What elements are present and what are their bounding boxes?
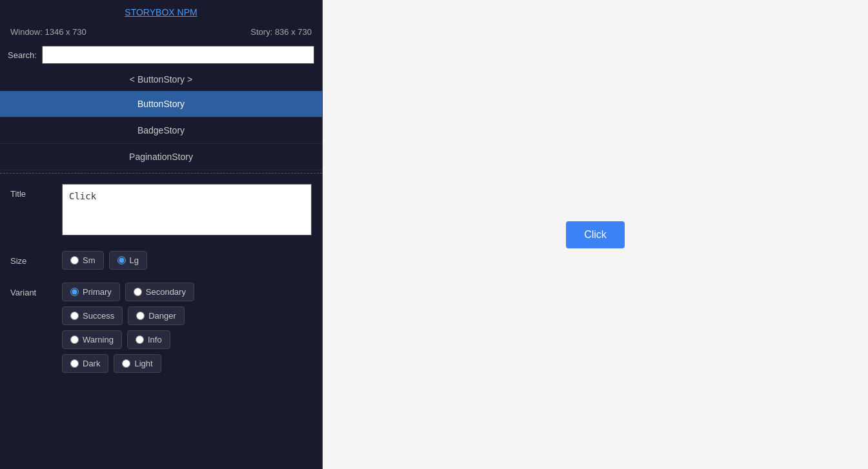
size-lg-option[interactable]: Lg (109, 251, 147, 270)
current-story-title: < ButtonStory > (0, 68, 322, 91)
variant-danger-option[interactable]: Danger (128, 306, 185, 325)
variant-dark-label: Dark (83, 359, 100, 368)
variant-row-2: Success Danger (62, 306, 312, 325)
search-row: Search: (0, 42, 322, 68)
size-sm-option[interactable]: Sm (62, 251, 104, 270)
variant-success-option[interactable]: Success (62, 306, 123, 325)
variant-warning-radio[interactable] (70, 335, 79, 344)
variant-label: Variant (10, 283, 62, 297)
variant-info-radio[interactable] (136, 335, 144, 344)
variant-secondary-option[interactable]: Secondary (125, 283, 194, 301)
search-label: Search: (8, 50, 37, 60)
search-input[interactable] (42, 46, 314, 64)
variant-rows: Primary Secondary Success (62, 283, 312, 373)
preview-button[interactable]: Click (566, 221, 625, 248)
size-sm-radio[interactable] (70, 256, 79, 264)
sidebar: STORYBOX NPM Window: 1346 x 730 Story: 8… (0, 0, 323, 469)
title-label: Title (10, 184, 62, 199)
variant-dark-option[interactable]: Dark (62, 354, 108, 373)
controls-panel: Title Click Size Sm Lg (0, 176, 322, 469)
sidebar-item-badgestory[interactable]: BadgeStory (0, 117, 322, 144)
title-control-row: Title Click (10, 184, 312, 238)
size-control-row: Size Sm Lg (10, 251, 312, 270)
variant-success-radio[interactable] (70, 312, 79, 320)
variant-light-option[interactable]: Light (114, 354, 161, 373)
size-sm-label: Sm (83, 255, 96, 265)
brand-header: STORYBOX NPM (0, 0, 322, 22)
variant-row-1: Primary Secondary (62, 283, 312, 301)
variant-danger-radio[interactable] (136, 312, 145, 320)
variant-primary-radio[interactable] (70, 288, 79, 296)
variant-row-4: Dark Light (62, 354, 312, 373)
section-divider (0, 173, 322, 174)
variant-primary-option[interactable]: Primary (62, 283, 120, 301)
variant-secondary-radio[interactable] (134, 288, 142, 296)
story-size: Story: 836 x 730 (250, 27, 312, 37)
variant-light-label: Light (134, 359, 152, 368)
variant-info-option[interactable]: Info (127, 330, 170, 349)
title-content: Click (62, 184, 312, 238)
brand-link[interactable]: STORYBOX NPM (125, 7, 197, 17)
variant-primary-label: Primary (83, 287, 112, 297)
sidebar-item-paginationstory[interactable]: PaginationStory (0, 144, 322, 170)
variant-control-row: Variant Primary Secondary (10, 283, 312, 373)
size-lg-radio[interactable] (117, 256, 126, 264)
window-size: Window: 1346 x 730 (10, 27, 86, 37)
preview-area: Click (323, 0, 868, 469)
size-content: Sm Lg (62, 251, 312, 270)
variant-warning-label: Warning (83, 335, 114, 344)
title-textarea[interactable]: Click (62, 184, 312, 235)
size-label: Size (10, 251, 62, 266)
window-info-row: Window: 1346 x 730 Story: 836 x 730 (0, 22, 322, 42)
variant-info-label: Info (148, 335, 162, 344)
variant-light-radio[interactable] (122, 359, 130, 368)
variant-dark-radio[interactable] (70, 359, 79, 368)
variant-success-label: Success (83, 311, 114, 321)
variant-warning-option[interactable]: Warning (62, 330, 122, 349)
size-lg-label: Lg (130, 255, 139, 265)
variant-danger-label: Danger (148, 311, 176, 321)
variant-secondary-label: Secondary (146, 287, 186, 297)
size-radio-group: Sm Lg (62, 251, 312, 270)
sidebar-item-buttonstory[interactable]: ButtonStory (0, 91, 322, 117)
variant-row-3: Warning Info (62, 330, 312, 349)
variant-content: Primary Secondary Success (62, 283, 312, 373)
